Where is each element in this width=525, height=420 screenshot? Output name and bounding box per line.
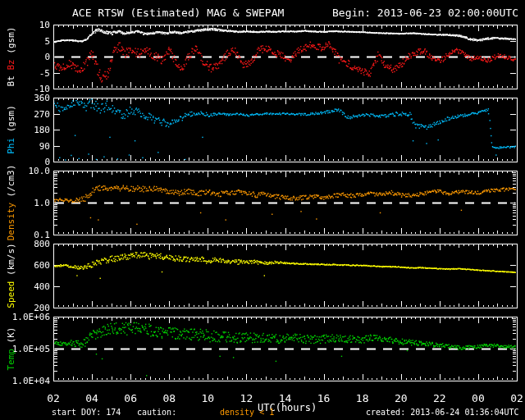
x-tick-label: 06: [124, 393, 137, 404]
density-ylabel-text: Density (/cm3): [7, 165, 16, 241]
start-doy-label: start DOY: 174: [52, 409, 121, 417]
density-warning-label: density < 1: [220, 409, 274, 417]
ylabel-part: (gsm): [6, 27, 16, 60]
caution-label: caution:: [137, 409, 176, 417]
plot-canvas: [0, 0, 525, 420]
ylabel-part: Bt: [6, 75, 16, 86]
x-tick-label: 04: [85, 393, 98, 404]
x-tick-label: 02: [47, 393, 60, 404]
panel-y-axis-label: Density (/cm3): [0, 171, 21, 235]
x-tick-label: 12: [240, 393, 253, 404]
ylabel-part: (/cm3): [6, 165, 16, 203]
ylabel-part: (gsm): [6, 105, 16, 138]
magnetic-field-ylabel-text: Bt Bz (gsm): [7, 27, 16, 87]
created-timestamp: created: 2013-06-24 01:36:04UTC: [366, 409, 519, 417]
x-tick-label: 08: [162, 393, 176, 404]
begin-timestamp: Begin: 2013-06-23 02:00:00UTC: [332, 7, 518, 18]
ylabel-part: Phi: [6, 138, 16, 154]
x-tick-label: 02: [510, 393, 523, 404]
plot-title: ACE RTSW (Estimated) MAG & SWEPAM: [72, 7, 284, 18]
ace-rtsw-plot: ACE RTSW (Estimated) MAG & SWEPAM Begin:…: [0, 0, 525, 420]
temperature-ylabel-text: Temp (K): [7, 327, 16, 371]
panel-y-axis-label: Temp (K): [0, 317, 21, 381]
x-tick-label: 10: [202, 393, 215, 404]
speed-ylabel-text: Speed (km/s): [7, 243, 16, 308]
x-tick-label: 16: [317, 393, 331, 404]
x-tick-label: 20: [395, 393, 408, 404]
ylabel-part: Speed: [6, 281, 16, 308]
phi-angle-ylabel-text: Phi (gsm): [7, 105, 16, 154]
x-tick-label: 22: [433, 393, 446, 404]
ylabel-part: (K): [6, 327, 16, 349]
ylabel-part: Density: [6, 203, 16, 240]
panel-y-axis-label: Bt Bz (gsm): [0, 25, 21, 89]
panel-y-axis-label: Phi (gsm): [0, 98, 21, 162]
x-tick-label: 00: [472, 393, 485, 404]
ylabel-part: Bz: [6, 59, 16, 75]
ylabel-part: (km/s): [6, 243, 16, 281]
ylabel-part: Temp: [6, 349, 16, 371]
x-tick-label: 18: [356, 393, 369, 404]
panel-y-axis-label: Speed (km/s): [0, 244, 21, 308]
